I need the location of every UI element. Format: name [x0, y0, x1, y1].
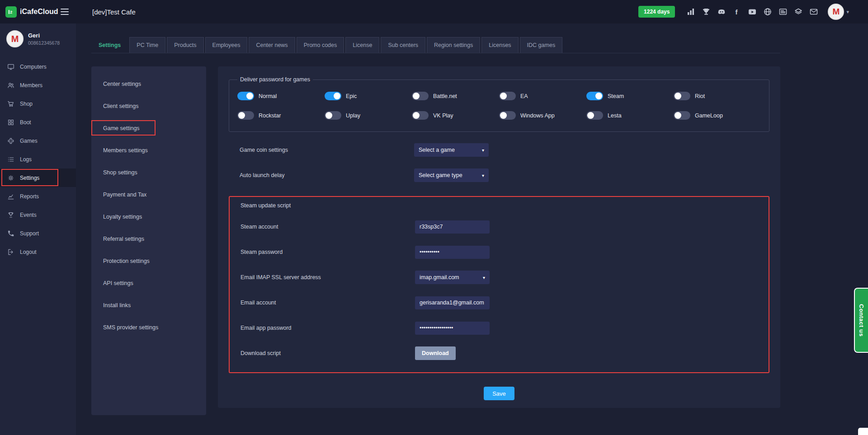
auto-launch-select[interactable]: Select game type ▾ — [414, 168, 489, 182]
account-menu[interactable]: M ▾ — [828, 4, 849, 20]
steam-account-input[interactable] — [415, 220, 490, 234]
download-button[interactable]: Download — [415, 346, 456, 360]
download-script-row: Download script Download — [230, 346, 769, 360]
toggle-switch[interactable] — [499, 92, 516, 100]
tab-region-settings[interactable]: Region settings — [427, 37, 480, 53]
sidebar-item-support[interactable]: Support — [0, 224, 76, 243]
tab-employees[interactable]: Employees — [205, 37, 248, 53]
nav-client-settings[interactable]: Client settings — [91, 95, 206, 117]
sidebar-item-logs[interactable]: Logs — [0, 150, 76, 168]
mail-icon[interactable] — [808, 6, 820, 18]
steam-account-row: Steam account — [230, 220, 769, 234]
toggle-switch[interactable] — [412, 92, 429, 100]
sidebar-item-label: Logout — [20, 249, 37, 255]
toggle-epic: Epic — [325, 92, 412, 100]
sidebar-item-label: Reports — [20, 193, 39, 200]
sidebar-item-games[interactable]: Games — [0, 131, 76, 150]
auto-launch-label: Auto launch delay — [240, 172, 414, 178]
toggle-switch[interactable] — [237, 111, 254, 120]
nav-api-settings[interactable]: API settings — [91, 272, 206, 294]
toggle-switch[interactable] — [499, 111, 516, 120]
toggle-lesta: Lesta — [586, 111, 674, 120]
select-value: Select game type — [419, 172, 462, 178]
sidebar-item-reports[interactable]: Reports — [0, 187, 76, 206]
steam-account-label: Steam account — [241, 224, 415, 230]
discord-icon[interactable] — [716, 6, 727, 18]
sidebar-item-settings[interactable]: Settings — [0, 168, 76, 187]
hamburger-menu-icon[interactable] — [61, 9, 69, 15]
nav-install-links[interactable]: Install links — [91, 294, 206, 316]
sidebar-item-boot[interactable]: Boot — [0, 113, 76, 131]
sidebar-item-label: Settings — [20, 175, 39, 181]
tab-promo-codes[interactable]: Promo codes — [297, 37, 344, 53]
toggle-rockstar: Rockstar — [237, 111, 325, 120]
monitor-icon — [7, 63, 14, 70]
auto-launch-row: Auto launch delay Select game type ▾ — [229, 168, 769, 182]
toggle-switch[interactable] — [586, 111, 603, 120]
toggle-switch[interactable] — [674, 111, 690, 120]
sidebar-item-members[interactable]: Members — [0, 76, 76, 94]
nav-center-settings[interactable]: Center settings — [91, 73, 206, 95]
toggle-normal: Normal — [237, 92, 325, 100]
email-app-password-input[interactable] — [415, 322, 490, 335]
toggle-switch[interactable] — [325, 92, 341, 100]
top-bar: 2 iCafeCloud [dev]Test Cafe 1224 days f … — [0, 0, 868, 23]
sidebar-item-label: Shop — [20, 101, 33, 107]
youtube-icon[interactable] — [746, 6, 758, 18]
analytics-icon[interactable] — [685, 6, 697, 18]
tab-pc-time[interactable]: PC Time — [129, 37, 165, 53]
nav-game-settings[interactable]: Game settings — [91, 117, 206, 139]
tab-license[interactable]: License — [345, 37, 379, 53]
sidebar-item-shop[interactable]: Shop — [0, 94, 76, 113]
imap-server-select[interactable]: imap.gmail.com ▾ — [415, 271, 490, 284]
tab-idc-games[interactable]: IDC games — [520, 37, 563, 53]
layers-icon[interactable] — [793, 6, 804, 18]
icafecloud-logo-icon: 2 — [5, 6, 17, 18]
toggle-switch[interactable] — [237, 92, 254, 100]
tab-licenses[interactable]: Licenses — [481, 37, 518, 53]
sidebar-item-events[interactable]: Events — [0, 206, 76, 224]
toggle-switch[interactable] — [412, 111, 429, 120]
chat-widget-corner[interactable] — [858, 428, 868, 435]
nav-members-settings[interactable]: Members settings — [91, 139, 206, 161]
toggle-gameloop: GameLoop — [674, 111, 761, 120]
nav-shop-settings[interactable]: Shop settings — [91, 161, 206, 183]
sidebar-item-label: Computers — [20, 64, 47, 70]
svg-text:f: f — [736, 8, 738, 16]
brand-logo[interactable]: 2 iCafeCloud — [5, 6, 58, 18]
game-coin-select[interactable]: Select a game ▾ — [414, 143, 489, 157]
nav-sms-provider-settings[interactable]: SMS provider settings — [91, 316, 206, 338]
facebook-icon[interactable]: f — [731, 6, 743, 18]
user-avatar: M — [6, 30, 24, 47]
toggle-switch[interactable] — [325, 111, 341, 120]
sidebar-item-computers[interactable]: Computers — [0, 57, 76, 76]
steam-password-input[interactable] — [415, 246, 490, 259]
nav-protection-settings[interactable]: Protection settings — [91, 250, 206, 272]
contact-us-tab[interactable]: Contact us — [854, 288, 868, 353]
tab-center-news[interactable]: Center news — [249, 37, 295, 53]
sidebar-item-label: Events — [20, 212, 37, 218]
nav-referral-settings[interactable]: Referral settings — [91, 228, 206, 250]
sidebar-item-label: Boot — [20, 119, 31, 126]
toggle-switch[interactable] — [674, 92, 690, 100]
toggle-switch[interactable] — [586, 92, 603, 100]
tab-products[interactable]: Products — [167, 37, 203, 53]
settings-nav: Center settings Client settings Game set… — [91, 66, 206, 415]
tab-sub-centers[interactable]: Sub centers — [381, 37, 425, 53]
nav-payment-and-tax[interactable]: Payment and Tax — [91, 183, 206, 206]
user-phone: 008612345678 — [28, 40, 60, 46]
chevron-down-icon: ▾ — [482, 173, 484, 178]
toggle-grid: Normal Epic Battle.net EA Steam Riot Roc… — [234, 89, 764, 120]
trophy-icon[interactable] — [700, 6, 712, 18]
tab-settings[interactable]: Settings — [91, 37, 128, 53]
globe-icon[interactable] — [762, 6, 774, 18]
sidebar-item-logout[interactable]: Logout — [0, 243, 76, 261]
save-button[interactable]: Save — [484, 387, 514, 400]
chevron-down-icon: ▾ — [846, 9, 849, 15]
email-account-input[interactable] — [415, 296, 490, 309]
news-icon[interactable] — [777, 6, 789, 18]
chevron-down-icon: ▾ — [482, 148, 484, 153]
toggle-steam: Steam — [586, 92, 674, 100]
toggle-ea: EA — [499, 92, 586, 100]
nav-loyalty-settings[interactable]: Loyalty settings — [91, 206, 206, 228]
